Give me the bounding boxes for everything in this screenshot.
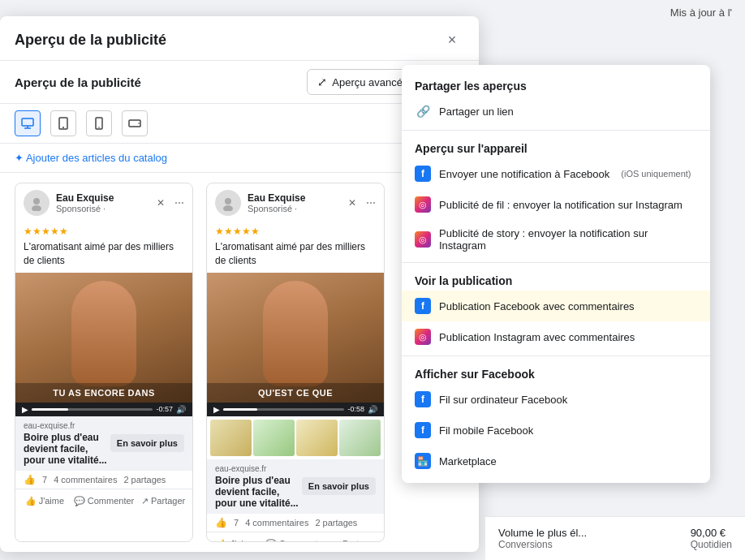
ad-bottom-strip-2: eau-exquise.fr Boire plus d'eau devient … [207, 459, 384, 514]
svg-point-9 [33, 198, 40, 205]
ad-card-1-actions: ✕ ⋯ [157, 197, 184, 209]
item-fb-comments-label: Publication Facebook avec commentaires [439, 300, 635, 312]
ad-stars-1: ★★★★★ [15, 222, 192, 239]
mobile-icon[interactable] [86, 110, 112, 136]
bg-product-name: Volume le plus él... [498, 527, 587, 539]
progress-bar-2[interactable] [223, 408, 344, 411]
apercu-avance-label: Aperçu avancé [332, 76, 403, 88]
item-mobile-feed[interactable]: f Fil mobile Facebook [402, 415, 710, 446]
bg-frequency: Quotidien [691, 539, 732, 550]
section-device-title: Aperçu sur l'appareil [402, 134, 710, 158]
ad-close-icon-2[interactable]: ✕ [348, 197, 356, 209]
ad-overlay-text-2: QU'EST CE QUE [207, 383, 384, 403]
ad-site-2: eau-exquise.fr [215, 464, 302, 473]
ad-bottom-strip-1: eau-exquise.fr Boire plus d'eau devient … [15, 416, 192, 471]
item-ig-comments[interactable]: ◎ Publication Instagram avec commentaire… [402, 321, 710, 352]
like-button-1[interactable]: 👍 J'aime [15, 493, 74, 510]
update-text: Mis à jour à l' [670, 6, 732, 19]
ad-stars-2: ★★★★★ [207, 222, 384, 239]
ad-close-icon-1[interactable]: ✕ [157, 197, 165, 209]
svg-point-8 [138, 123, 140, 124]
reactions-count-2: 7 [234, 518, 239, 528]
comments-count-1: 4 commentaires [54, 475, 117, 485]
play-icon-2[interactable]: ▶ [213, 405, 220, 414]
ad-card-2-actions: ✕ ⋯ [348, 197, 376, 209]
item-instagram-feed[interactable]: ◎ Publicité de fil : envoyer la notifica… [402, 189, 710, 220]
item-fb-comments[interactable]: f Publication Facebook avec commentaires [402, 291, 710, 321]
play-icon-1[interactable]: ▶ [22, 405, 28, 414]
ad-account-info-2: Eau Exquise Sponsorisé · [248, 192, 342, 213]
divider-1 [402, 130, 710, 131]
bg-price: 90,00 € [691, 527, 732, 539]
ad-image-2: QU'EST CE QUE [207, 273, 384, 403]
subheader-title: Aperçu de la publicité [15, 75, 141, 89]
ad-actions-row-2: 👍 J'aime 💬 Commenter ↗ Partager [207, 532, 384, 542]
item-instagram-story[interactable]: ◎ Publicité de story : envoyer la notifi… [402, 220, 710, 259]
facebook-icon-1: f [415, 166, 431, 182]
progress-fill-2 [223, 408, 257, 411]
divider-3 [402, 355, 710, 356]
close-button[interactable]: × [440, 28, 464, 52]
ad-site-info-1: eau-exquise.fr Boire plus d'eau devient … [24, 421, 110, 466]
ad-card-2: Eau Exquise Sponsorisé · ✕ ⋯ ★★★★★ L'aro… [206, 183, 385, 542]
tablet-icon[interactable] [50, 110, 76, 136]
ad-card-1: Eau Exquise Sponsorisé · ✕ ⋯ ★★★★★ L'aro… [15, 183, 193, 542]
section-share-title: Partager les aperçus [402, 71, 710, 96]
item-share-link[interactable]: 🔗 Partager un lien [402, 96, 710, 127]
desktop-icon[interactable] [15, 110, 41, 136]
share-dropdown-panel: Partager les aperçus 🔗 Partager un lien … [402, 65, 710, 483]
ad-video-controls-1: ▶ -0:57 🔊 [15, 403, 192, 416]
modal-header: Aperçu de la publicité × [0, 16, 479, 61]
ad-more-icon-1[interactable]: ⋯ [174, 197, 184, 209]
svg-point-6 [98, 127, 100, 128]
instagram-icon-1: ◎ [415, 196, 431, 213]
ad-actions-row-1: 👍 J'aime 💬 Commenter ↗ Partager [15, 489, 192, 513]
cta-button-2[interactable]: En savoir plus [302, 477, 376, 495]
section-facebook-title: Afficher sur Facebook [402, 360, 710, 384]
bg-price-cell: 90,00 € Quotidien [691, 527, 732, 550]
share-post-icon-2: ↗ [333, 539, 340, 542]
ad-avatar-2 [215, 190, 241, 216]
ad-more-icon-2[interactable]: ⋯ [366, 197, 376, 209]
ad-account-name-2: Eau Exquise [248, 192, 342, 204]
volume-icon-2[interactable]: 🔊 [368, 405, 377, 414]
item-desktop-feed[interactable]: f Fil sur ordinateur Facebook [402, 384, 710, 415]
comment-button-2[interactable]: 💬 Commenter [265, 536, 325, 542]
progress-bar-1[interactable] [32, 408, 153, 411]
share-post-button-1[interactable]: ↗ Partager [134, 493, 192, 510]
video-time-2: -0:58 [347, 405, 364, 413]
ad-headline-1: Boire plus d'eau devient facile, pour un… [24, 432, 110, 466]
item-ig-story-label: Publicité de story : envoyer la notifica… [439, 227, 697, 252]
top-bar: Mis à jour à l' [657, 0, 745, 25]
apercu-avance-button[interactable]: ⤢ Aperçu avancé [307, 69, 413, 95]
share-post-button-2[interactable]: ↗ Partager [325, 536, 384, 542]
volume-icon-1[interactable]: 🔊 [176, 405, 186, 414]
ad-site-info-2: eau-exquise.fr Boire plus d'eau devient … [215, 464, 302, 509]
instagram-icon-3: ◎ [415, 329, 431, 345]
ad-sponsored-2: Sponsorisé · [248, 204, 342, 213]
video-time-1: -0:57 [156, 405, 173, 413]
item-ig-comments-label: Publication Instagram avec commentaires [439, 331, 635, 343]
bg-product-sub: Conversions [498, 539, 587, 550]
ad-reactions-1: 👍 7 4 commentaires 2 partages [15, 471, 192, 489]
ad-reactions-2: 👍 7 4 commentaires 2 partages [207, 514, 384, 532]
item-marketplace[interactable]: 🏪 Marketplace [402, 446, 710, 476]
horizontal-mobile-icon[interactable] [122, 110, 148, 136]
ios-badge: (iOS uniquement) [621, 169, 691, 179]
cta-button-1[interactable]: En savoir plus [110, 434, 184, 452]
product-thumb-1 [210, 420, 252, 456]
ad-caption-1: L'aromatisant aimé par des milliers de c… [15, 239, 192, 273]
item-link-label: Partager un lien [439, 106, 514, 118]
share-post-icon-1: ↗ [141, 496, 149, 506]
svg-point-12 [223, 205, 233, 211]
product-thumb-2 [253, 420, 295, 456]
facebook-icon-3: f [415, 391, 431, 407]
ad-image-1: TU AS ENCORE DANS [15, 273, 192, 403]
item-facebook-notif[interactable]: f Envoyer une notification à Facebook (i… [402, 158, 710, 189]
like-button-2[interactable]: 👍 J'aime [207, 536, 265, 542]
reactions-count-1: 7 [42, 475, 47, 485]
comment-button-1[interactable]: 💬 Commenter [74, 493, 134, 510]
bg-table-row: Volume le plus él... Conversions 90,00 €… [485, 516, 745, 560]
instagram-icon-2: ◎ [415, 231, 431, 248]
link-icon: 🔗 [415, 103, 431, 119]
